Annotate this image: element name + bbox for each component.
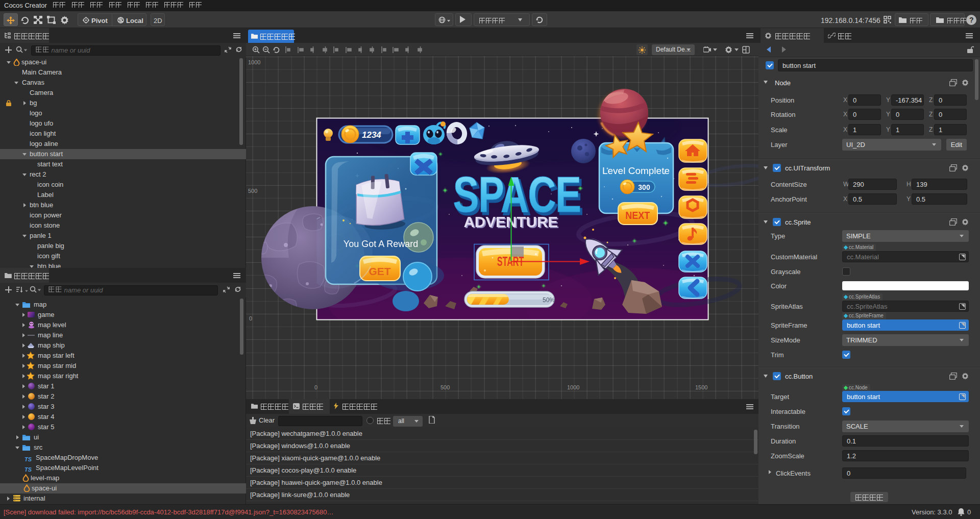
svg-text:50%: 50% (543, 296, 555, 304)
svg-text:1234: 1234 (362, 130, 381, 140)
svg-text:300: 300 (638, 183, 650, 191)
svg-text:GET: GET (369, 265, 390, 277)
svg-text:Level Complete: Level Complete (602, 165, 670, 176)
svg-text:NEXT: NEXT (625, 210, 650, 221)
